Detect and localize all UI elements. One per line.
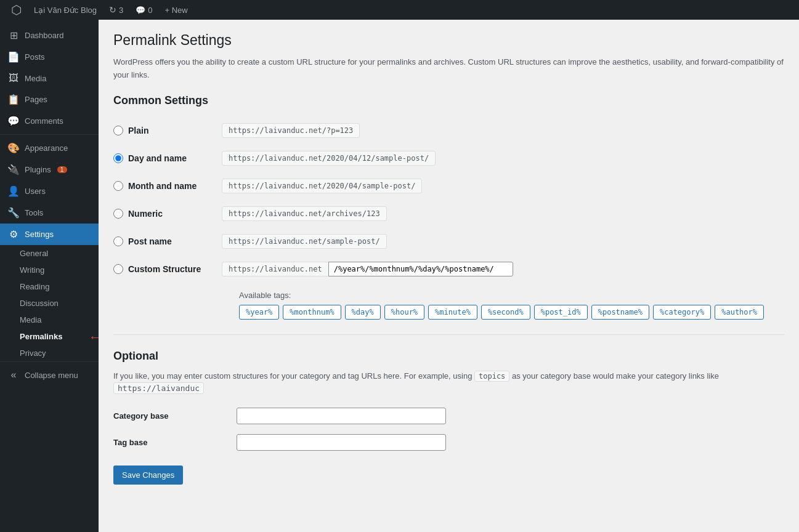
new-content-link[interactable]: + New xyxy=(158,0,193,20)
site-name: Lại Văn Đức Blog xyxy=(34,6,97,15)
sidebar-item-media[interactable]: 🖼 Media xyxy=(0,68,99,89)
permalink-postname-example: https://laivanduc.net/sample-post/ xyxy=(222,234,387,249)
optional-section: Optional If you like, you may enter cust… xyxy=(113,350,784,485)
category-base-row: Category base xyxy=(113,408,784,424)
updates-icon: ↻ xyxy=(109,5,116,15)
sidebar-item-posts[interactable]: 📄 Posts xyxy=(0,46,99,68)
sidebar-item-tools[interactable]: 🔧 Tools xyxy=(0,202,99,224)
settings-submenu: General Writing Reading Discussion Media… xyxy=(0,245,99,361)
tag-year[interactable]: %year% xyxy=(239,305,279,320)
permalink-day-label[interactable]: Day and name xyxy=(113,153,212,163)
custom-url-input[interactable] xyxy=(328,262,513,276)
submenu-reading[interactable]: Reading xyxy=(0,278,99,295)
arrow-indicator: ← xyxy=(89,329,101,344)
tag-post-id[interactable]: %post_id% xyxy=(534,305,588,320)
tag-monthnum[interactable]: %monthnum% xyxy=(283,305,341,320)
optional-description: If you like, you may enter custom struct… xyxy=(113,370,784,396)
permalink-numeric-row: Numeric https://laivanduc.net/archives/1… xyxy=(113,200,784,228)
optional-title: Optional xyxy=(113,350,784,363)
common-settings-title: Common Settings xyxy=(113,94,784,107)
sidebar-label-appearance: Appearance xyxy=(25,143,68,153)
submenu-writing[interactable]: Writing xyxy=(0,262,99,278)
sidebar-label-settings: Settings xyxy=(25,230,54,239)
updates-link[interactable]: ↻ 3 xyxy=(103,0,129,20)
plugins-icon: 🔌 xyxy=(7,164,20,175)
tag-author[interactable]: %author% xyxy=(715,305,764,320)
permalink-month-label[interactable]: Month and name xyxy=(113,181,212,191)
pages-icon: 📋 xyxy=(7,94,20,105)
page-description: WordPress offers you the ability to crea… xyxy=(113,56,784,82)
permalink-numeric-radio[interactable] xyxy=(113,209,123,219)
tag-category[interactable]: %category% xyxy=(653,305,711,320)
tag-minute[interactable]: %minute% xyxy=(428,305,477,320)
wp-logo[interactable]: ⬡ xyxy=(5,0,28,20)
submenu-permalinks[interactable]: Permalinks ← xyxy=(0,328,99,345)
permalink-plain-label[interactable]: Plain xyxy=(113,126,212,135)
collapse-menu-button[interactable]: « Collapse menu xyxy=(0,365,99,385)
permalink-day-row: Day and name https://laivanduc.net/2020/… xyxy=(113,145,784,172)
sidebar-item-comments[interactable]: 💬 Comments xyxy=(0,110,99,132)
comments-menu-icon: 💬 xyxy=(7,115,20,127)
users-icon: 👤 xyxy=(7,185,20,197)
available-tags-label: Available tags: xyxy=(239,291,784,300)
permalink-day-radio[interactable] xyxy=(113,153,123,163)
sidebar-label-dashboard: Dashboard xyxy=(25,31,64,40)
permalink-custom-radio[interactable] xyxy=(113,264,123,274)
sidebar-label-media: Media xyxy=(25,74,46,83)
sidebar-item-appearance[interactable]: 🎨 Appearance xyxy=(0,137,99,159)
admin-bar: ⬡ Lại Văn Đức Blog ↻ 3 💬 0 + New xyxy=(0,0,799,20)
tag-base-label: Tag base xyxy=(113,438,237,447)
permalink-plain-row: Plain https://laivanduc.net/?p=123 xyxy=(113,117,784,145)
sidebar-label-pages: Pages xyxy=(25,95,47,104)
media-icon: 🖼 xyxy=(7,73,20,84)
plugins-badge: 1 xyxy=(57,166,67,173)
sidebar-label-comments: Comments xyxy=(25,116,63,126)
site-name-link[interactable]: Lại Văn Đức Blog xyxy=(28,0,103,20)
wp-content: ⊞ Dashboard 📄 Posts 🖼 Media 📋 Pages 💬 Co… xyxy=(0,20,799,532)
permalink-numeric-label[interactable]: Numeric xyxy=(113,209,212,219)
collapse-icon: « xyxy=(7,369,20,381)
comments-count: 0 xyxy=(148,6,152,15)
main-content: Permalink Settings WordPress offers you … xyxy=(99,20,799,532)
comments-link[interactable]: 💬 0 xyxy=(129,0,158,20)
permalink-postname-label[interactable]: Post name xyxy=(113,236,212,246)
sidebar-item-plugins[interactable]: 🔌 Plugins 1 xyxy=(0,159,99,180)
sidebar-item-pages[interactable]: 📋 Pages xyxy=(0,89,99,110)
save-changes-button[interactable]: Save Changes xyxy=(113,465,183,485)
posts-icon: 📄 xyxy=(7,51,20,63)
submenu-general[interactable]: General xyxy=(0,245,99,262)
permalink-month-text: Month and name xyxy=(128,181,197,191)
permalink-postname-text: Post name xyxy=(128,236,172,246)
submenu-privacy[interactable]: Privacy xyxy=(0,345,99,361)
section-divider xyxy=(113,334,784,335)
permalink-month-row: Month and name https://laivanduc.net/202… xyxy=(113,172,784,200)
tag-hour[interactable]: %hour% xyxy=(384,305,424,320)
sidebar-label-posts: Posts xyxy=(25,52,45,62)
tags-list: %year% %monthnum% %day% %hour% %minute% … xyxy=(239,305,784,320)
settings-icon: ⚙ xyxy=(7,228,20,240)
permalink-postname-radio[interactable] xyxy=(113,236,123,246)
sidebar-item-users[interactable]: 👤 Users xyxy=(0,180,99,202)
optional-example-url: https://laivanduc xyxy=(113,382,204,394)
permalink-custom-label[interactable]: Custom Structure xyxy=(113,264,212,274)
tag-postname[interactable]: %postname% xyxy=(591,305,649,320)
submenu-media[interactable]: Media xyxy=(0,312,99,328)
sidebar-item-settings[interactable]: ⚙ Settings xyxy=(0,224,99,245)
permalink-custom-row: Custom Structure https://laivanduc.net xyxy=(113,256,784,283)
permalink-month-radio[interactable] xyxy=(113,181,123,191)
tag-base-input[interactable] xyxy=(237,434,446,451)
comments-icon: 💬 xyxy=(136,6,145,15)
page-title: Permalink Settings xyxy=(113,32,784,49)
custom-structure-input-group: https://laivanduc.net xyxy=(222,262,513,276)
category-base-input[interactable] xyxy=(237,408,446,424)
tag-second[interactable]: %second% xyxy=(481,305,530,320)
sidebar-item-dashboard[interactable]: ⊞ Dashboard xyxy=(0,25,99,46)
custom-url-prefix: https://laivanduc.net xyxy=(222,262,328,276)
permalink-plain-radio[interactable] xyxy=(113,126,123,135)
tag-day[interactable]: %day% xyxy=(345,305,381,320)
submenu-discussion[interactable]: Discussion xyxy=(0,295,99,312)
dashboard-icon: ⊞ xyxy=(7,30,20,41)
permalink-numeric-example: https://laivanduc.net/archives/123 xyxy=(222,206,387,221)
sidebar-label-tools: Tools xyxy=(25,208,43,217)
permalink-numeric-text: Numeric xyxy=(128,209,163,219)
